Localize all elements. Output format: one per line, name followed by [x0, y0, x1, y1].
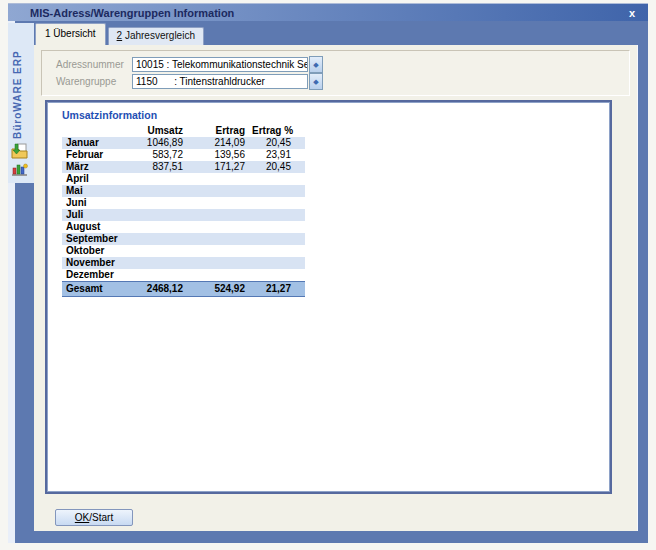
- export-folder-icon[interactable]: [11, 143, 28, 159]
- value-cell: 214,09: [190, 137, 252, 149]
- value-cell: 171,27: [190, 161, 252, 173]
- tab-uebersicht-label: 1 Übersicht: [45, 28, 96, 39]
- table-row: Juli: [62, 209, 305, 221]
- selection-form: Adressnummer 10015 : Telekommunikationst…: [41, 50, 630, 96]
- titlebar: MIS-Adress/Warengruppen Information x: [8, 3, 648, 22]
- value-cell: 20,45: [252, 161, 298, 173]
- warengruppe-label: Warengruppe: [56, 76, 132, 87]
- screen: MIS-Adress/Warengruppen Information x Bü…: [0, 0, 656, 550]
- panel-title: Umsatzinformation: [62, 109, 157, 121]
- statistics-chart-icon[interactable]: [11, 161, 28, 177]
- app-brand-vertical: BüroWARE ERP: [12, 29, 28, 139]
- table-row: September: [62, 233, 305, 245]
- table-body: Januar1046,89214,0920,45Februar583,72139…: [62, 137, 305, 281]
- address-value-field[interactable]: 10015 : Telekommunikationstechnik Seip /…: [132, 57, 308, 72]
- month-cell: Januar: [62, 137, 140, 149]
- umsatz-panel: Umsatzinformation Umsatz Ertrag Ertrag %…: [45, 100, 612, 494]
- header-ertrag-pct: Ertrag %: [252, 124, 298, 137]
- total-label: Gesamt: [62, 282, 140, 296]
- ok-start-accel: OK: [75, 512, 89, 523]
- month-cell: Juli: [62, 209, 140, 221]
- month-cell: Juni: [62, 197, 140, 209]
- value-cell: 1046,89: [140, 137, 190, 149]
- table-row: Oktober: [62, 245, 305, 257]
- address-combo: 10015 : Telekommunikationstechnik Seip /…: [132, 56, 323, 73]
- table-row: März837,51171,2720,45: [62, 161, 305, 173]
- month-cell: Dezember: [62, 269, 140, 281]
- value-cell: 20,45: [252, 137, 298, 149]
- tab-uebersicht[interactable]: 1 Übersicht: [35, 23, 106, 45]
- table-row: Januar1046,89214,0920,45: [62, 137, 305, 149]
- month-cell: Oktober: [62, 245, 140, 257]
- total-ertrag-pct: 21,27: [252, 282, 298, 296]
- table-row: August: [62, 221, 305, 233]
- sidebar-toolbar: [11, 143, 31, 179]
- month-cell: April: [62, 173, 140, 185]
- month-cell: Februar: [62, 149, 140, 161]
- header-ertrag: Ertrag: [190, 124, 252, 137]
- warengruppe-row: Warengruppe 1150 : Tintenstrahldrucker ◆: [56, 73, 323, 89]
- close-icon[interactable]: x: [626, 7, 638, 20]
- warengruppe-value-field[interactable]: 1150 : Tintenstrahldrucker: [132, 74, 308, 89]
- table-row: Dezember: [62, 269, 305, 281]
- table-header-row: Umsatz Ertrag Ertrag %: [62, 124, 305, 137]
- ok-start-button[interactable]: OK/Start: [55, 509, 133, 526]
- table-row: April: [62, 173, 305, 185]
- tab-jahresvergleich-label: Jahresvergleich: [122, 30, 195, 41]
- table-row: Juni: [62, 197, 305, 209]
- ok-start-rest: /Start: [89, 512, 113, 523]
- warengruppe-combo: 1150 : Tintenstrahldrucker ◆: [132, 73, 323, 90]
- table-row: Mai: [62, 185, 305, 197]
- total-ertrag: 524,92: [190, 282, 252, 296]
- total-umsatz: 2468,12: [140, 282, 190, 296]
- month-cell: September: [62, 233, 140, 245]
- warengruppe-lookup-spinner-icon[interactable]: ◆: [309, 73, 323, 90]
- table-total-row: Gesamt 2468,12 524,92 21,27: [62, 281, 305, 297]
- month-cell: Mai: [62, 185, 140, 197]
- address-lookup-spinner-icon[interactable]: ◆: [309, 56, 323, 73]
- tab-jahresvergleich[interactable]: 2 Jahresvergleich: [108, 27, 204, 45]
- table-row: Februar583,72139,5623,91: [62, 149, 305, 161]
- umsatz-table: Umsatz Ertrag Ertrag % Januar1046,89214,…: [62, 124, 305, 297]
- tab-bar: 1 Übersicht 2 Jahresvergleich: [35, 24, 204, 45]
- sidebar: BüroWARE ERP: [8, 23, 34, 183]
- month-cell: November: [62, 257, 140, 269]
- address-label: Adressnummer: [56, 59, 132, 70]
- header-umsatz: Umsatz: [140, 124, 190, 137]
- address-row: Adressnummer 10015 : Telekommunikationst…: [56, 56, 323, 72]
- value-cell: 23,91: [252, 149, 298, 161]
- app-window: MIS-Adress/Warengruppen Information x Bü…: [8, 3, 648, 543]
- window-body: BüroWARE ERP: [8, 21, 648, 543]
- value-cell: 583,72: [140, 149, 190, 161]
- value-cell: 837,51: [140, 161, 190, 173]
- window-title: MIS-Adress/Warengruppen Information: [30, 7, 234, 19]
- table-row: November: [62, 257, 305, 269]
- content-area: Adressnummer 10015 : Telekommunikationst…: [34, 45, 638, 531]
- month-cell: August: [62, 221, 140, 233]
- month-cell: März: [62, 161, 140, 173]
- value-cell: 139,56: [190, 149, 252, 161]
